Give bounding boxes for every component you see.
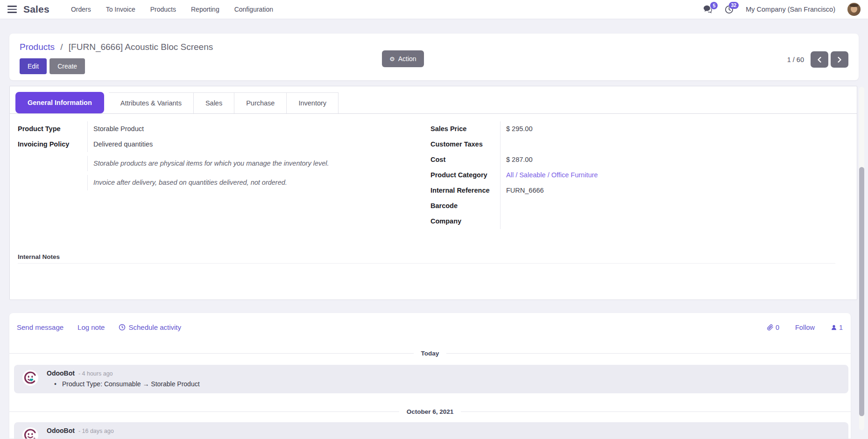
pager: 1 / 60 xyxy=(787,51,848,68)
customer-taxes-label: Customer Taxes xyxy=(430,137,500,152)
field-internal-reference: Internal Reference FURN_6666 xyxy=(430,183,715,198)
log-note-button[interactable]: Log note xyxy=(78,323,105,331)
odoobot-avatar xyxy=(22,427,39,439)
field-sales-price: Sales Price $ 295.00 xyxy=(430,121,715,137)
tab-attributes-variants[interactable]: Attributes & Variants xyxy=(109,92,194,113)
company-label: Company xyxy=(430,214,500,229)
product-form-sheet: General Information Attributes & Variant… xyxy=(9,86,857,300)
clock-icon xyxy=(119,324,126,331)
product-category-label: Product Category xyxy=(430,167,500,183)
internal-notes-label: Internal Notes xyxy=(18,253,857,260)
invoicing-help-text: Invoice after delivery, based on quantit… xyxy=(87,175,419,190)
cost-label: Cost xyxy=(430,152,500,167)
send-message-button[interactable]: Send message xyxy=(17,323,64,331)
pager-previous-button[interactable] xyxy=(811,51,828,68)
chatter: Send message Log note Schedule activity … xyxy=(9,313,851,439)
menu-configuration[interactable]: Configuration xyxy=(234,6,273,13)
tab-general-information[interactable]: General Information xyxy=(15,92,104,113)
attachments-button[interactable]: 0 xyxy=(767,324,779,331)
field-group-left: Product Type Storable Product Invoicing … xyxy=(18,121,419,229)
scrollbar-thumb[interactable] xyxy=(859,167,864,416)
message-author[interactable]: OdooBot xyxy=(47,369,75,377)
sales-price-label: Sales Price xyxy=(430,121,500,137)
message-body: Product Type: Consumable → Storable Prod… xyxy=(47,380,841,388)
barcode-label: Barcode xyxy=(430,198,500,214)
followers-button[interactable]: 1 xyxy=(831,324,843,331)
product-type-label: Product Type xyxy=(18,121,87,137)
field-company: Company xyxy=(430,214,715,229)
breadcrumb-current: [FURN_6666] Acoustic Bloc Screens xyxy=(69,42,213,52)
edit-button[interactable]: Edit xyxy=(20,58,47,74)
form-fields: Product Type Storable Product Invoicing … xyxy=(10,114,857,229)
field-barcode: Barcode xyxy=(430,198,715,214)
field-invoicing-policy: Invoicing Policy Delivered quantities xyxy=(18,137,419,152)
app-menus: Orders To Invoice Products Reporting Con… xyxy=(71,6,273,13)
app-name[interactable]: Sales xyxy=(23,4,49,15)
create-button[interactable]: Create xyxy=(49,58,85,74)
breadcrumb-products-link[interactable]: Products xyxy=(20,42,55,52)
gear-icon: ⚙ xyxy=(389,56,395,62)
action-button[interactable]: ⚙ Action xyxy=(382,50,424,67)
field-customer-taxes: Customer Taxes xyxy=(430,137,715,152)
messages-button[interactable]: 5 xyxy=(703,5,713,14)
tab-purchase[interactable]: Purchase xyxy=(234,92,287,113)
tab-inventory[interactable]: Inventory xyxy=(287,92,339,113)
breadcrumb-separator: / xyxy=(60,42,63,52)
notebook-tabs: General Information Attributes & Variant… xyxy=(10,86,857,114)
schedule-activity-button[interactable]: Schedule activity xyxy=(119,323,181,331)
invoicing-policy-value: Delivered quantities xyxy=(87,137,419,152)
pager-value: 1 / 60 xyxy=(787,56,804,63)
attachments-count: 0 xyxy=(776,324,779,331)
internal-notes-divider xyxy=(18,263,835,264)
activities-badge: 32 xyxy=(729,2,739,9)
message-timestamp: - 16 days ago xyxy=(78,428,114,434)
pager-next-button[interactable] xyxy=(831,51,848,68)
follow-button[interactable]: Follow xyxy=(795,324,815,331)
messages-badge: 5 xyxy=(710,2,718,9)
menu-reporting[interactable]: Reporting xyxy=(191,6,219,13)
activities-button[interactable]: 32 xyxy=(725,5,734,14)
date-divider-october: October 6, 2021 xyxy=(9,407,851,416)
field-cost: Cost $ 287.00 xyxy=(430,152,715,167)
chevron-left-icon xyxy=(817,56,822,63)
breadcrumb: Products / [FURN_6666] Acoustic Bloc Scr… xyxy=(20,42,848,52)
menu-products[interactable]: Products xyxy=(150,6,176,13)
menu-orders[interactable]: Orders xyxy=(71,6,91,13)
help-invoicing-row: Invoice after delivery, based on quantit… xyxy=(18,175,419,190)
message-october-odoobot: OdooBot - 16 days ago Product Template c… xyxy=(14,422,848,439)
message-timestamp: - 4 hours ago xyxy=(78,370,113,377)
internal-reference-value: FURN_6666 xyxy=(500,183,715,198)
chevron-right-icon xyxy=(837,56,842,63)
cost-value: $ 287.00 xyxy=(500,152,715,167)
odoobot-avatar xyxy=(22,369,39,386)
help-storable-row: Storable products are physical items for… xyxy=(18,156,419,171)
barcode-value xyxy=(500,198,715,214)
paperclip-icon xyxy=(767,324,774,331)
field-product-category: Product Category All / Saleable / Office… xyxy=(430,167,715,183)
customer-taxes-value xyxy=(500,137,715,152)
user-avatar[interactable] xyxy=(847,3,861,16)
date-divider-today: Today xyxy=(9,349,851,357)
product-type-value: Storable Product xyxy=(87,121,419,137)
control-panel: Products / [FURN_6666] Acoustic Bloc Scr… xyxy=(9,34,859,80)
sales-price-value: $ 295.00 xyxy=(500,121,715,137)
product-category-value[interactable]: All / Saleable / Office Furniture xyxy=(500,167,715,183)
top-navbar: Sales Orders To Invoice Products Reporti… xyxy=(0,0,868,19)
company-switcher[interactable]: My Company (San Francisco) xyxy=(746,6,835,13)
internal-reference-label: Internal Reference xyxy=(430,183,500,198)
menu-to-invoice[interactable]: To Invoice xyxy=(106,6,135,13)
message-body: Product Template created xyxy=(47,438,841,439)
message-today-odoobot: OdooBot - 4 hours ago Product Type: Cons… xyxy=(14,365,848,393)
invoicing-policy-label: Invoicing Policy xyxy=(18,137,87,152)
field-group-right: Sales Price $ 295.00 Customer Taxes Cost… xyxy=(430,121,715,229)
company-value xyxy=(500,214,715,229)
field-product-type: Product Type Storable Product xyxy=(18,121,419,137)
tab-sales[interactable]: Sales xyxy=(194,92,234,113)
message-author[interactable]: OdooBot xyxy=(47,427,75,434)
person-icon xyxy=(831,324,837,331)
apps-menu-icon[interactable] xyxy=(7,6,17,13)
chatter-toolbar: Send message Log note Schedule activity … xyxy=(9,323,851,331)
followers-count: 1 xyxy=(839,324,843,331)
storable-help-text: Storable products are physical items for… xyxy=(87,156,419,171)
